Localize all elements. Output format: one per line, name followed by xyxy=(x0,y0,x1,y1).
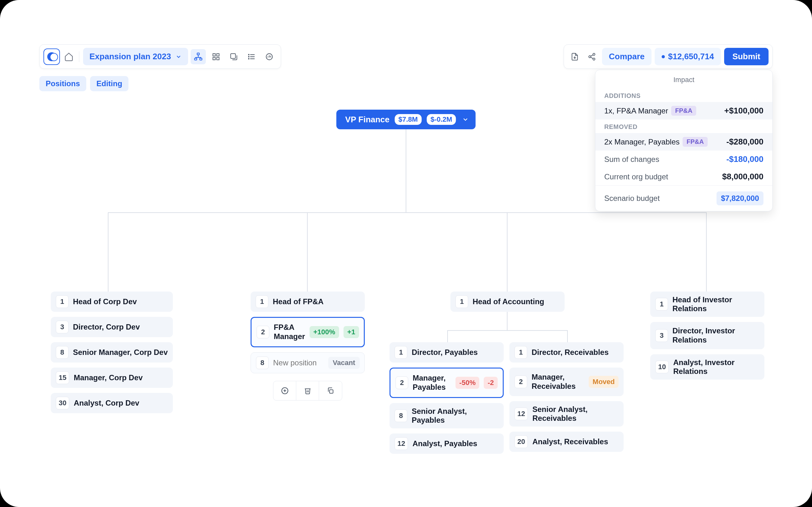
grid-view-button[interactable] xyxy=(208,49,223,64)
count: 1 xyxy=(655,298,668,311)
card-new-position[interactable]: 8 Vacant xyxy=(251,352,365,373)
new-position-input[interactable] xyxy=(273,358,324,367)
line xyxy=(406,129,406,212)
card-analyst-payables[interactable]: 12Analyst, Payables xyxy=(390,434,504,454)
svg-rect-6 xyxy=(217,57,219,60)
chevron-down-icon xyxy=(175,54,182,60)
list-view-button[interactable] xyxy=(244,49,259,64)
org-chart-view-button[interactable] xyxy=(191,49,206,64)
delta-badge: -2 xyxy=(484,377,498,389)
removed-label: REMOVED xyxy=(595,119,772,133)
impact-addition-row[interactable]: 1x, FP&A ManagerFP&A +$100,000 xyxy=(595,102,772,119)
card-title: Senior Manager, Corp Dev xyxy=(73,348,168,357)
count: 1 xyxy=(455,295,468,308)
moved-badge: Moved xyxy=(589,376,618,388)
svg-rect-23 xyxy=(329,390,333,393)
chart-icon xyxy=(265,53,273,61)
card-manager-receivables[interactable]: 2 Manager, Receivables Moved xyxy=(509,368,623,396)
card-analyst-receivables[interactable]: 20Analyst, Receivables xyxy=(509,432,623,452)
card-head-accounting[interactable]: 1Head of Accounting xyxy=(450,291,565,312)
toolbar-right: Compare $12,650,714 Submit xyxy=(564,44,773,69)
card-title: Analyst, Investor Relations xyxy=(673,358,759,376)
count: 2 xyxy=(396,377,408,389)
count: 8 xyxy=(395,409,407,422)
plus-icon xyxy=(281,387,289,395)
card-head-fpa[interactable]: 1Head of FP&A xyxy=(251,291,365,312)
line xyxy=(108,212,108,291)
org-icon xyxy=(194,52,203,61)
card-manager-payables[interactable]: 2 Manager, Payables -50% -2 xyxy=(390,368,504,398)
chevron-down-icon xyxy=(462,116,469,123)
svg-point-16 xyxy=(589,55,591,58)
svg-rect-0 xyxy=(197,53,200,55)
svg-rect-2 xyxy=(200,58,202,60)
submit-button[interactable]: Submit xyxy=(724,48,768,65)
count: 3 xyxy=(56,321,68,333)
root-expand-button[interactable] xyxy=(461,115,470,124)
addition-text: 1x, FP&A Manager xyxy=(604,107,668,115)
accounting-column: 1Head of Accounting xyxy=(450,291,565,312)
chip-positions[interactable]: Positions xyxy=(39,76,86,91)
impact-sum-row: Sum of changes -$180,000 xyxy=(595,151,772,168)
root-title: VP Finance xyxy=(345,115,390,124)
line xyxy=(706,212,707,291)
impact-scenario-row: Scenario budget $7,820,000 xyxy=(595,185,772,211)
impact-title: Impact xyxy=(595,76,772,89)
removed-amount: -$280,000 xyxy=(726,137,763,147)
card-title: Head of Corp Dev xyxy=(73,297,168,306)
trash-icon xyxy=(304,387,311,395)
count: 20 xyxy=(514,435,528,448)
svg-point-17 xyxy=(593,58,595,60)
card-title: Manager, Corp Dev xyxy=(73,373,167,382)
card-analyst-corpdev[interactable]: 30Analyst, Corp Dev xyxy=(51,393,173,413)
delete-button[interactable] xyxy=(296,381,319,400)
card-head-corpdev[interactable]: 1Head of Corp Dev xyxy=(51,291,173,312)
svg-line-19 xyxy=(591,57,593,58)
svg-rect-5 xyxy=(213,57,215,60)
card-director-ir[interactable]: 3Director, Investor Relations xyxy=(650,322,764,349)
export-icon xyxy=(230,53,238,61)
duplicate-button[interactable] xyxy=(319,381,342,400)
count: 10 xyxy=(655,360,669,373)
compare-button[interactable]: Compare xyxy=(602,48,652,65)
count: 1 xyxy=(514,346,527,359)
add-button[interactable] xyxy=(273,381,296,400)
total-amount: $12,650,714 xyxy=(668,52,714,61)
count: 30 xyxy=(56,397,69,409)
svg-line-18 xyxy=(591,55,593,56)
export-button[interactable] xyxy=(226,49,241,64)
card-manager-corpdev[interactable]: 15Manager, Corp Dev xyxy=(51,368,173,388)
payables-column: 1Director, Payables 2 Manager, Payables … xyxy=(390,342,504,454)
scenario-selector[interactable]: Expansion plan 2023 xyxy=(83,48,188,65)
download-button[interactable] xyxy=(568,50,582,64)
line xyxy=(447,330,567,331)
delta-badge: +1 xyxy=(344,326,359,338)
card-fpa-manager[interactable]: 2 FP&A Manager +100% +1 xyxy=(251,317,365,347)
analytics-button[interactable] xyxy=(262,49,277,64)
root-node[interactable]: VP Finance $7.8M $-0.2M xyxy=(336,110,475,129)
card-analyst-ir[interactable]: 10Analyst, Investor Relations xyxy=(650,354,764,380)
divider xyxy=(79,51,79,62)
impact-removed-row[interactable]: 2x Manager, PayablesFP&A -$280,000 xyxy=(595,133,772,151)
chip-editing[interactable]: Editing xyxy=(90,76,129,91)
card-senior-analyst-payables[interactable]: 8Senior Analyst, Payables xyxy=(390,403,504,429)
line xyxy=(307,212,308,291)
card-director-receivables[interactable]: 1Director, Receivables xyxy=(509,342,623,362)
count: 2 xyxy=(514,376,527,388)
line xyxy=(108,212,706,213)
card-title: Head of Investor Relations xyxy=(672,295,759,313)
pct-badge: -50% xyxy=(455,377,479,389)
card-title: Director, Receivables xyxy=(531,348,618,357)
scenario-name: Expansion plan 2023 xyxy=(90,52,171,61)
share-button[interactable] xyxy=(585,50,599,64)
card-director-corpdev[interactable]: 3Director, Corp Dev xyxy=(51,317,173,337)
card-director-payables[interactable]: 1Director, Payables xyxy=(390,342,504,362)
total-pill[interactable]: $12,650,714 xyxy=(655,48,721,65)
card-senior-manager-corpdev[interactable]: 8Senior Manager, Corp Dev xyxy=(51,342,173,362)
line xyxy=(447,330,448,343)
home-button[interactable] xyxy=(62,50,75,63)
logo-button[interactable] xyxy=(44,49,60,65)
card-head-ir[interactable]: 1Head of Investor Relations xyxy=(650,291,764,317)
svg-rect-4 xyxy=(217,54,219,56)
card-senior-analyst-receivables[interactable]: 12Senior Analyst, Receivables xyxy=(509,401,623,427)
